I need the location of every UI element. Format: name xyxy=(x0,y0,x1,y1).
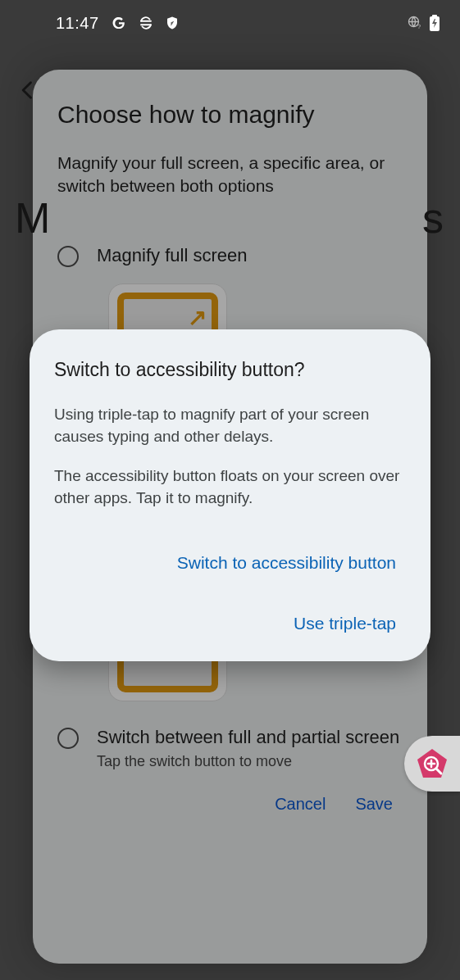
sync-icon xyxy=(139,16,153,30)
battery-charging-icon xyxy=(429,15,440,31)
switch-accessibility-dialog: Switch to accessibility button? Using tr… xyxy=(30,329,430,661)
floating-accessibility-button[interactable] xyxy=(404,736,460,792)
use-triple-tap-button[interactable]: Use triple-tap xyxy=(284,609,406,638)
dialog-title: Switch to accessibility button? xyxy=(54,359,406,381)
google-icon xyxy=(111,15,127,31)
dialog-paragraph: The accessibility button floats on your … xyxy=(54,465,406,509)
dialog-paragraph: Using triple-tap to magnify part of your… xyxy=(54,404,406,447)
shield-icon xyxy=(165,16,180,30)
status-bar: 11:47 ? xyxy=(0,0,460,46)
svg-text:?: ? xyxy=(417,23,421,30)
dialog-body: Using triple-tap to magnify part of your… xyxy=(54,404,406,509)
svg-rect-5 xyxy=(432,15,437,17)
globe-question-icon: ? xyxy=(408,16,422,30)
switch-accessibility-button[interactable]: Switch to accessibility button xyxy=(167,548,406,578)
magnify-plus-icon xyxy=(415,746,449,781)
status-time: 11:47 xyxy=(56,14,99,33)
